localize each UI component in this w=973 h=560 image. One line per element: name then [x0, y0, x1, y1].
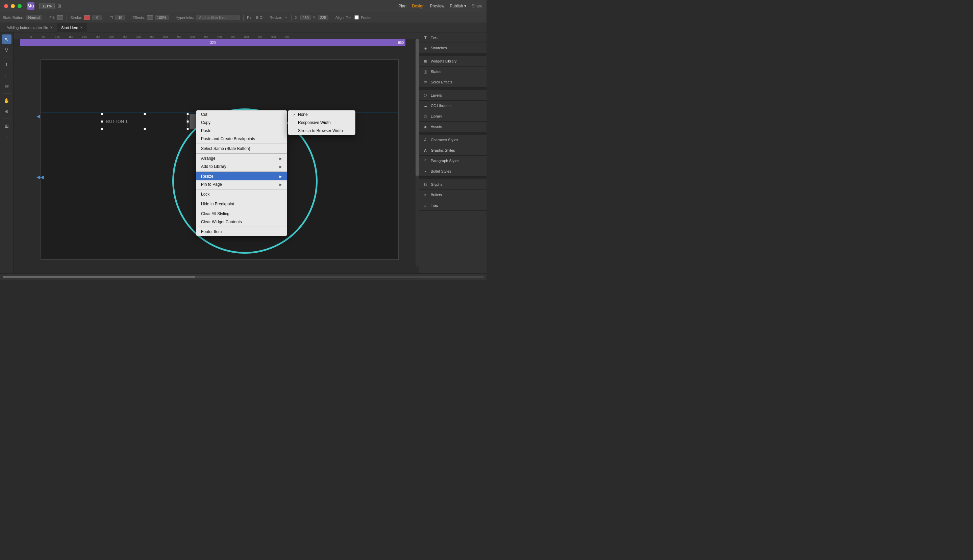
resize-icon[interactable]: ↔: [284, 15, 288, 20]
y-value[interactable]: 225: [318, 15, 328, 20]
sm-stretch[interactable]: ✓ Stretch to Browser Width: [288, 127, 355, 135]
panel-cc-libraries[interactable]: ☁ CC Libraries: [419, 101, 486, 111]
select-tool[interactable]: ↖: [2, 35, 12, 44]
text-panel-label: Text: [431, 35, 437, 40]
panel-bullet-styles[interactable]: • Bullet Styles: [419, 166, 486, 177]
left-toolbar: ↖ V T □ ✉ ✋ ⊕ ⊞ ↔: [0, 32, 13, 273]
widgets-panel-icon: ⊞: [423, 58, 428, 64]
email-tool[interactable]: ✉: [2, 82, 12, 91]
ruler-mark: 850: [258, 35, 262, 39]
scrollbar-h[interactable]: [3, 276, 484, 278]
main-area: ↖ V T □ ✉ ✋ ⊕ ⊞ ↔ 0 50 100 150 200 250 3…: [0, 32, 486, 273]
footer-label: Footer: [361, 15, 372, 20]
panel-paragraph-styles[interactable]: ¶ Paragraph Styles: [419, 156, 486, 166]
hyperlinks-input[interactable]: Add or filter links: [196, 15, 240, 20]
cm-resize[interactable]: Resize ▶: [196, 172, 287, 180]
grid-tool[interactable]: ⊞: [2, 121, 12, 131]
resize-tool[interactable]: ↔: [2, 132, 12, 142]
panel-text[interactable]: T Text: [419, 32, 486, 43]
resize-label: Resize:: [270, 15, 282, 20]
state-value[interactable]: Normal: [26, 15, 42, 20]
panel-widgets-library[interactable]: ⊞ Widgets Library: [419, 56, 486, 67]
cm-copy[interactable]: Copy: [196, 118, 287, 127]
page-right-label: 960: [398, 41, 404, 45]
cm-hide-breakpoint[interactable]: Hide in Breakpoint: [196, 200, 287, 208]
cm-cut[interactable]: Cut: [196, 110, 287, 118]
cm-add-library[interactable]: Add to Library ▶: [196, 162, 287, 170]
sm-responsive-width[interactable]: ✓ Responsive Width: [288, 118, 355, 127]
ruler-mark: 350: [123, 35, 127, 39]
tab-start-here[interactable]: Start Here ✕: [57, 23, 87, 32]
scrollbar-v-thumb[interactable]: [416, 39, 419, 176]
panel-trap[interactable]: ⌂ Trap: [419, 200, 486, 211]
panel-character-styles[interactable]: A Character Styles: [419, 135, 486, 145]
panel-layers[interactable]: ⬡ Layers: [419, 90, 486, 101]
effects-color[interactable]: [147, 15, 153, 20]
cm-select-same[interactable]: Select Same (State Button): [196, 145, 287, 153]
cm-pin[interactable]: Pin to Page ▶: [196, 180, 287, 188]
stroke-color[interactable]: [84, 15, 90, 20]
panel-graphic-styles[interactable]: A Graphic Styles: [419, 145, 486, 156]
close-button[interactable]: [4, 4, 8, 8]
direct-select-tool[interactable]: V: [2, 45, 12, 55]
nav-design[interactable]: Design: [412, 4, 424, 8]
cm-clear-widget[interactable]: Clear Widget Contents: [196, 218, 287, 226]
stroke-label: Stroke:: [70, 15, 82, 20]
tab-close-2[interactable]: ✕: [80, 26, 83, 29]
x-value[interactable]: 480: [300, 15, 310, 20]
cm-sep-7: [196, 227, 287, 227]
panel-swatches[interactable]: ◈ Swatches: [419, 43, 486, 53]
nav-plan[interactable]: Plan: [398, 4, 406, 8]
guide-line-v: [166, 60, 166, 259]
text-tool[interactable]: T: [2, 60, 12, 69]
maximize-button[interactable]: [18, 4, 22, 8]
panel-assets[interactable]: ◆ Assets: [419, 122, 486, 132]
trap-label: Trap: [431, 203, 438, 207]
panel-scroll-effects[interactable]: ≋ Scroll Effects: [419, 77, 486, 87]
button-widget[interactable]: BUTTON 1: [102, 114, 188, 129]
zoom-tool[interactable]: ⊕: [2, 107, 12, 116]
ruler-mark: 900: [271, 35, 276, 39]
cm-lock[interactable]: Lock: [196, 190, 287, 198]
cm-sep-5: [196, 199, 287, 199]
scrollbar-v[interactable]: [416, 39, 419, 267]
scrollbar-h-thumb[interactable]: [3, 276, 195, 278]
state-label: State Button:: [3, 15, 24, 20]
nav-preview[interactable]: Preview: [430, 4, 445, 8]
cm-arrow-library: ▶: [279, 165, 282, 168]
nav-share[interactable]: Share: [472, 4, 482, 8]
fill-color[interactable]: [57, 15, 63, 20]
corner-value[interactable]: 10: [115, 15, 125, 20]
text-label[interactable]: Text: [345, 15, 352, 20]
x-label: X:: [295, 15, 298, 20]
cm-footer-item[interactable]: Footer Item: [196, 228, 287, 236]
cm-arrange[interactable]: Arrange ▶: [196, 154, 287, 162]
rectangle-tool[interactable]: □: [2, 71, 12, 80]
ruler-mark: 650: [204, 35, 208, 39]
bottom-left-arrows[interactable]: ◀◀: [37, 174, 44, 180]
align-label[interactable]: Align: [335, 15, 344, 20]
panel-states[interactable]: ◫ States: [419, 67, 486, 77]
library-icon: □: [423, 113, 428, 119]
zoom-control[interactable]: 121%: [39, 3, 55, 9]
tab-close-1[interactable]: ✕: [50, 26, 53, 29]
tab-sliding-button[interactable]: *sliding-button-starter-file ✕: [3, 23, 57, 32]
left-arrow-handle[interactable]: ◀: [37, 113, 40, 119]
cm-arrow-arrange: ▶: [279, 157, 282, 160]
stroke-value[interactable]: 0: [92, 15, 102, 20]
nav-publish[interactable]: Publish ▾: [450, 4, 466, 8]
cm-paste-breakpoints[interactable]: Paste and Create Breakpoints: [196, 135, 287, 143]
canvas-scroll[interactable]: 5 1 0 2 0 3 0 4 0 5 0 320 960: [20, 39, 419, 267]
sm-none[interactable]: ✓ None: [288, 110, 355, 118]
effects-value[interactable]: 100%: [155, 15, 169, 20]
footer-checkbox[interactable]: [354, 15, 359, 20]
cm-paste[interactable]: Paste: [196, 127, 287, 135]
pin-icon[interactable]: ⊞ ⊡: [255, 15, 262, 20]
cm-clear-styling[interactable]: Clear All Styling: [196, 210, 287, 218]
panel-glyphs[interactable]: Ω Glyphs: [419, 179, 486, 190]
sel-handle-tm: [144, 113, 146, 115]
panel-bullets[interactable]: ≡ Bullets: [419, 190, 486, 200]
minimize-button[interactable]: [11, 4, 15, 8]
pan-tool[interactable]: ✋: [2, 96, 12, 105]
panel-library[interactable]: □ Library: [419, 111, 486, 122]
